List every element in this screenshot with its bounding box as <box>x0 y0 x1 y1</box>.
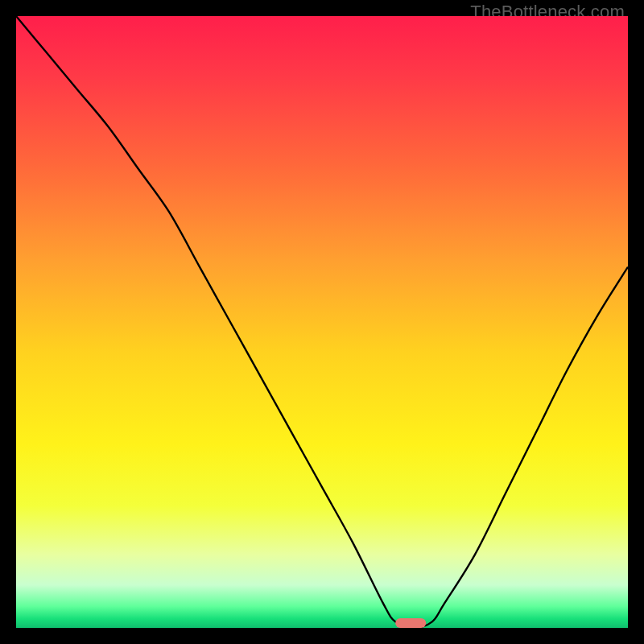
optimal-marker <box>395 618 426 628</box>
chart-frame <box>16 16 628 628</box>
bottleneck-chart <box>16 16 628 628</box>
gradient-background <box>16 16 628 628</box>
